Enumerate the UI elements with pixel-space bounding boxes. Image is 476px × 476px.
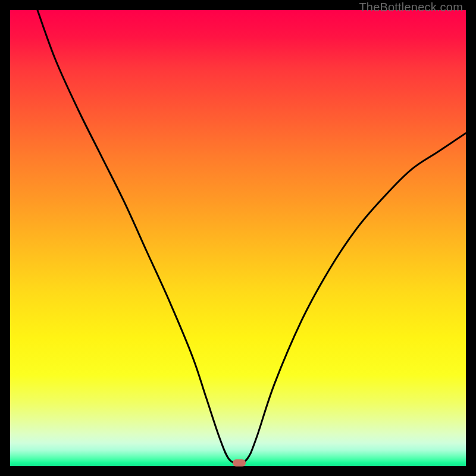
watermark-text: TheBottleneck.com xyxy=(359,1,463,14)
plot-area xyxy=(10,10,466,466)
optimal-marker xyxy=(233,459,246,466)
chart-frame: TheBottleneck.com xyxy=(0,0,476,476)
bottleneck-curve xyxy=(10,10,466,466)
